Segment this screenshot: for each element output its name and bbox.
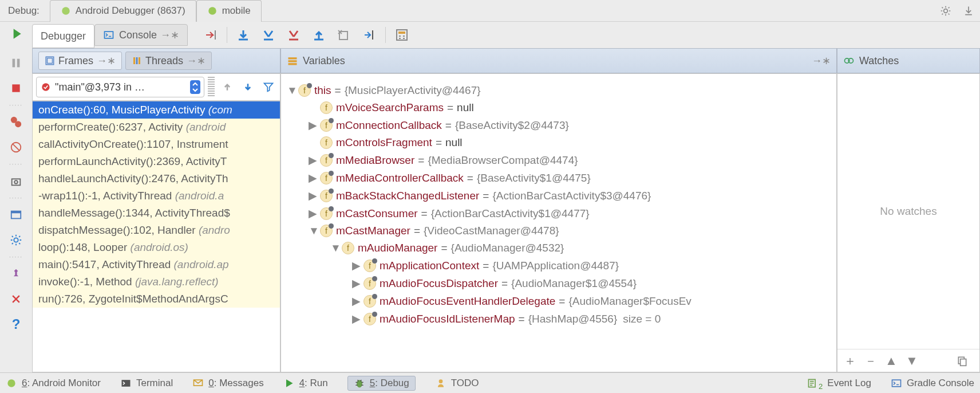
var-node[interactable]: ▶fmMediaControllerCallback = {BaseActivi… <box>281 169 836 187</box>
frame-row[interactable]: run():726, ZygoteInit$MethodAndArgsC <box>33 290 280 308</box>
step-over-button[interactable] <box>234 26 252 44</box>
svg-rect-3 <box>105 32 113 38</box>
frame-row[interactable]: onCreate():60, MusicPlayerActivity (com <box>33 101 280 119</box>
svg-rect-20 <box>133 57 135 64</box>
var-node[interactable]: ▶fmAudioFocusIdListenerMap = {HashMap@45… <box>281 310 836 328</box>
event-count: 2 <box>819 382 823 391</box>
pin-button[interactable] <box>7 265 25 283</box>
evaluate-expr-button[interactable] <box>393 26 411 44</box>
next-frame-button[interactable] <box>240 79 256 95</box>
divider: ····· <box>9 102 23 108</box>
event-log-tab[interactable]: 2 Event Log <box>807 378 871 389</box>
var-node[interactable]: ▶fmApplicationContext = {UAMPApplication… <box>281 257 836 274</box>
variables-tree[interactable]: ▼fthis = {MusicPlayerActivity@4467} fmVo… <box>280 73 837 372</box>
step-into-button[interactable] <box>259 26 278 44</box>
divider: ····· <box>9 254 23 260</box>
android-icon <box>61 6 71 16</box>
frame-row[interactable]: performLaunchActivity():2369, ActivityT <box>33 153 280 170</box>
restore-layout-button[interactable] <box>7 206 25 224</box>
rerun-button[interactable] <box>9 26 23 44</box>
settings-button[interactable] <box>7 231 25 249</box>
svg-rect-38 <box>892 380 900 387</box>
frame-row[interactable]: invoke():-1, Method (java.lang.reflect) <box>33 273 280 290</box>
frame-row[interactable]: callActivityOnCreate():1107, Instrument <box>33 136 280 153</box>
var-node[interactable]: ▶fmCastConsumer = {ActionBarCastActivity… <box>281 205 836 222</box>
pin-icon[interactable]: →∗ <box>160 29 179 41</box>
android-icon <box>6 378 17 389</box>
add-watch-button[interactable]: ＋ <box>842 353 858 369</box>
pause-button[interactable] <box>7 54 25 72</box>
frames-tab[interactable]: Frames →∗ <box>38 52 122 70</box>
debugger-tab[interactable]: Debugger <box>32 24 94 48</box>
step-out-button[interactable] <box>310 26 328 44</box>
svg-rect-7 <box>13 59 15 68</box>
var-node[interactable]: fmVoiceSearchParams = null <box>281 99 836 116</box>
var-node[interactable]: ▶fmConnectionCallback = {BaseActivity$2@… <box>281 116 836 134</box>
stepper-icon[interactable] <box>190 79 200 95</box>
debug-tab[interactable]: 5: Debug <box>347 376 416 391</box>
svg-rect-22 <box>139 57 140 64</box>
frame-row[interactable]: performCreate():6237, Activity (android <box>33 119 280 136</box>
help-button[interactable]: ? <box>7 315 25 333</box>
terminal-tab[interactable]: Terminal <box>120 378 173 389</box>
android-head-icon <box>207 6 218 16</box>
get-thread-dump-button[interactable] <box>7 172 25 190</box>
var-node[interactable]: ▶fmMediaBrowser = {MediaBrowserCompat@44… <box>281 151 836 169</box>
var-node[interactable]: ▼fmAudioManager = {AudioManager@4532} <box>281 239 836 257</box>
mute-breakpoints-button[interactable] <box>7 138 25 156</box>
copy-button[interactable] <box>954 353 970 369</box>
frame-row[interactable]: main():5417, ActivityThread (android.ap <box>33 256 280 273</box>
pane-title: Watches <box>859 55 899 67</box>
debug-session-tab-android[interactable]: Android Debugger (8637) <box>50 0 196 22</box>
run-tab[interactable]: 4: Run <box>283 378 328 389</box>
var-node[interactable]: fmControlsFragment = null <box>281 134 836 151</box>
download-icon[interactable] <box>961 3 977 19</box>
prev-frame-button[interactable] <box>219 79 235 95</box>
run-to-cursor-button[interactable] <box>360 26 378 44</box>
divider <box>385 27 386 43</box>
console-tab[interactable]: Console →∗ <box>94 24 188 46</box>
settings-gear-icon[interactable] <box>938 3 954 19</box>
var-node[interactable]: ▶fmAudioFocusEventHandlerDelegate = {Aud… <box>281 292 836 310</box>
frame-row[interactable]: handleMessage():1344, ActivityThread$ <box>33 205 280 222</box>
frame-row[interactable]: -wrap11():-1, ActivityThread (android.a <box>33 187 280 205</box>
move-down-button[interactable]: ▼ <box>904 353 920 369</box>
debug-session-tab-mobile[interactable]: mobile <box>196 0 262 22</box>
filter-button[interactable] <box>260 79 276 95</box>
view-breakpoints-button[interactable] <box>7 113 25 131</box>
threads-tab[interactable]: Threads →∗ <box>125 52 212 70</box>
force-step-into-button[interactable] <box>284 26 303 44</box>
label: Terminal <box>136 378 173 389</box>
gradle-console-tab[interactable]: Gradle Console <box>891 378 974 389</box>
drop-frame-button[interactable] <box>335 26 353 44</box>
svg-rect-25 <box>289 63 297 65</box>
label: Event Log <box>827 378 871 389</box>
close-button[interactable] <box>7 290 25 308</box>
frame-row[interactable]: loop():148, Looper (android.os) <box>33 239 280 256</box>
var-node[interactable]: ▼fmCastManager = {VideoCastManager@4478} <box>281 222 836 239</box>
var-node[interactable]: ▶fmBackStackChangedListener = {ActionBar… <box>281 187 836 205</box>
tab-label: Debugger <box>41 30 86 42</box>
move-up-button[interactable]: ▲ <box>883 353 899 369</box>
svg-rect-33 <box>121 380 130 387</box>
svg-point-11 <box>15 121 21 127</box>
frame-row[interactable]: dispatchMessage():102, Handler (andro <box>33 222 280 239</box>
console-icon <box>103 29 114 41</box>
svg-rect-19 <box>48 58 53 64</box>
remove-watch-button[interactable]: － <box>863 353 879 369</box>
frame-row[interactable]: handleLaunchActivity():2476, ActivityTh <box>33 170 280 187</box>
svg-point-14 <box>14 180 18 184</box>
drag-handle[interactable] <box>208 77 215 97</box>
svg-rect-24 <box>289 60 297 62</box>
frames-list[interactable]: onCreate():60, MusicPlayerActivity (comp… <box>32 101 280 372</box>
stop-button[interactable] <box>7 79 25 97</box>
todo-tab[interactable]: TODO <box>435 378 479 389</box>
messages-tab[interactable]: 0: Messages <box>192 378 263 389</box>
thread-select[interactable]: "main"@3,973 in … <box>36 77 204 97</box>
pin-icon[interactable]: →∗ <box>812 54 831 67</box>
var-node[interactable]: ▶fmAudioFocusDispatcher = {AudioManager$… <box>281 274 836 292</box>
show-exec-point-button[interactable] <box>201 26 220 44</box>
android-monitor-tab[interactable]: 6: Android Monitor <box>6 378 101 389</box>
svg-point-28 <box>42 83 49 91</box>
var-node[interactable]: ▼fthis = {MusicPlayerActivity@4467} <box>281 82 836 99</box>
